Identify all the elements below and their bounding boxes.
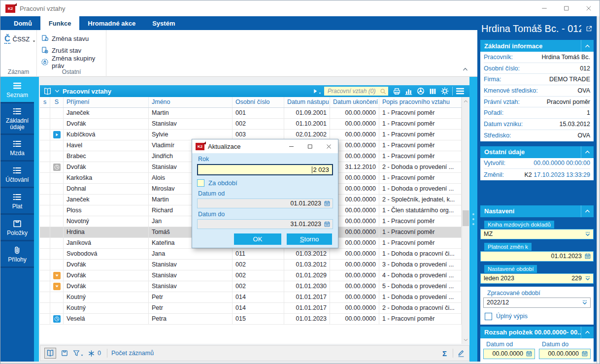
scrollbar-thumb[interactable] bbox=[463, 210, 469, 226]
table-row[interactable]: SvobodováJana01101.03.201200.00.00001 - … bbox=[40, 249, 462, 260]
calendar-icon[interactable] bbox=[584, 253, 591, 260]
vertical-scrollbar[interactable] bbox=[462, 97, 469, 344]
change-rights-group-button[interactable]: Změna skupiny práv bbox=[37, 56, 106, 68]
minimize-button[interactable] bbox=[533, 0, 555, 16]
search-input[interactable]: Pracovní vztah (0) bbox=[324, 87, 388, 96]
maximize-button[interactable] bbox=[555, 0, 577, 16]
calendar-icon[interactable] bbox=[324, 221, 331, 228]
row-surname: Dvořák bbox=[64, 270, 149, 281]
dropdown-icon[interactable] bbox=[584, 231, 591, 237]
row-start-date: 01.03.2012 bbox=[284, 249, 330, 260]
row-firstname: Jana bbox=[149, 249, 233, 260]
menu-icon[interactable] bbox=[455, 86, 465, 96]
print-icon[interactable] bbox=[393, 87, 401, 96]
settings-input[interactable]: MZ bbox=[480, 229, 594, 239]
table-row[interactable]: DvořákStanislav00201.03.201200.00.00003 … bbox=[40, 260, 462, 270]
settings-icon[interactable] bbox=[440, 87, 449, 96]
columns-icon[interactable] bbox=[429, 87, 437, 96]
processed-period-label: Zpracované období bbox=[487, 290, 591, 297]
column-header-s[interactable]: s bbox=[40, 97, 50, 107]
column-header-end-date[interactable]: Datum ukončení bbox=[330, 97, 379, 107]
sidebar-item-plat[interactable]: Plat bbox=[0, 188, 34, 215]
table-row[interactable]: KoutnýPetr01401.01.201700.00.00001 - Doh… bbox=[40, 292, 462, 303]
dialog-close-button[interactable] bbox=[319, 139, 338, 153]
dropdown-icon[interactable] bbox=[584, 275, 591, 282]
settings-input[interactable]: 01.01.2023 bbox=[480, 251, 594, 262]
calendar-icon[interactable] bbox=[581, 350, 588, 357]
settings-input[interactable]: leden 2023229 bbox=[480, 273, 594, 284]
column-header-personal-number[interactable]: Osobní číslo bbox=[233, 97, 284, 107]
dialog-maximize-button[interactable] bbox=[300, 139, 319, 153]
chevron-down-icon[interactable] bbox=[54, 88, 60, 94]
table-row[interactable]: JanečekMartin00101.09.200100.00.00001 - … bbox=[40, 108, 462, 119]
section-header[interactable]: Základní informace bbox=[480, 40, 594, 52]
ok-button[interactable]: OK bbox=[234, 233, 281, 245]
cssz-button[interactable]: Č ČSSZ bbox=[4, 34, 36, 44]
run-function-icon[interactable] bbox=[312, 88, 322, 94]
sidebar-item-zakladni-udaje[interactable]: Základní údaje bbox=[0, 103, 34, 135]
date-from-input[interactable]: 01.01.2023 bbox=[197, 199, 333, 208]
dropdown-icon[interactable] bbox=[581, 299, 588, 306]
column-header-firstname[interactable]: Jméno bbox=[149, 97, 233, 107]
calendar-icon[interactable] bbox=[526, 350, 533, 357]
panel-splitter[interactable] bbox=[469, 77, 477, 362]
per-period-checkbox[interactable]: Za období bbox=[197, 179, 333, 187]
calendar-icon[interactable] bbox=[324, 200, 331, 207]
book-icon[interactable] bbox=[43, 87, 52, 96]
sidebar-item-polozky[interactable]: Položky bbox=[0, 215, 34, 241]
section-header[interactable]: Nastavení bbox=[480, 205, 594, 217]
table-row[interactable]: VeseláPetra01501.01.202300.00.00001 - Pr… bbox=[40, 314, 462, 325]
tab-domu[interactable]: Domů bbox=[5, 16, 40, 30]
date-from-field[interactable]: 00.00.0000 bbox=[483, 349, 535, 359]
sidebar-item-prilohy[interactable]: Přílohy bbox=[0, 241, 34, 268]
list-icon bbox=[12, 165, 22, 175]
change-rights-group-button-label: Změna skupiny práv bbox=[52, 55, 106, 69]
row-personal-number: 002 bbox=[233, 260, 284, 270]
scroll-down-icon[interactable] bbox=[462, 336, 469, 344]
tab-hromadne-akce[interactable]: Hromadné akce bbox=[79, 16, 144, 30]
table-row[interactable]: DvořákStanislav00201.10.200100.00.00001 … bbox=[40, 119, 462, 130]
year-input[interactable]: 2 023 bbox=[197, 164, 333, 175]
ribbon-collapse-button[interactable] bbox=[462, 66, 468, 72]
date-to-input[interactable]: 31.01.2023 bbox=[197, 219, 333, 229]
storno-button[interactable]: Storno bbox=[287, 233, 332, 245]
row-start-date: 01.01.2030 bbox=[284, 281, 330, 292]
book-view-button[interactable] bbox=[44, 348, 56, 359]
refresh-asterisk-icon[interactable] bbox=[88, 350, 95, 357]
splitter-grip-icon bbox=[472, 213, 474, 225]
section-header[interactable]: Ostatní údaje bbox=[480, 146, 594, 158]
processed-period-field[interactable]: 2022/12 bbox=[483, 298, 591, 308]
sidebar-splitter[interactable] bbox=[34, 77, 39, 362]
list-icon bbox=[12, 139, 22, 149]
close-button[interactable] bbox=[577, 0, 600, 16]
column-header-start-date[interactable]: Datum nástupu bbox=[284, 97, 330, 107]
filter-icon[interactable] bbox=[72, 349, 84, 357]
scroll-up-icon[interactable] bbox=[462, 97, 469, 105]
tab-funkce[interactable]: Funkce bbox=[40, 16, 80, 30]
tab-system[interactable]: Systém bbox=[144, 16, 183, 30]
table-row[interactable]: DvořákStanislav00201.01.203000.00.00005 … bbox=[40, 281, 462, 292]
table-row[interactable]: KoutnýPetr01401.01.201700.00.00002 - Doh… bbox=[40, 303, 462, 314]
sum-icon[interactable]: Σ bbox=[440, 349, 449, 358]
section-header[interactable]: Rozsah položek 00.00.0000- 00... bbox=[480, 327, 594, 338]
table-row[interactable]: DvořákStanislav00201.01.202900.00.00004 … bbox=[40, 270, 462, 281]
full-listing-checkbox[interactable]: Úplný výpis bbox=[485, 313, 591, 320]
column-header-surname[interactable]: Příjmení bbox=[64, 97, 149, 107]
row-surname: Dvořák bbox=[64, 281, 149, 292]
edit-pencil-icon[interactable] bbox=[457, 349, 465, 357]
open-record-icon[interactable] bbox=[585, 25, 593, 33]
sidebar: SeznamZákladní údajeMzdaÚčtováníPlatPolo… bbox=[0, 77, 34, 362]
date-to-field[interactable]: 00.00.0000 bbox=[539, 349, 591, 359]
dialog-minimize-button[interactable] bbox=[282, 139, 300, 153]
change-status-button[interactable]: Změna stavu bbox=[37, 33, 106, 44]
archive-box-icon[interactable] bbox=[61, 349, 68, 357]
chart-icon[interactable] bbox=[404, 87, 413, 96]
column-header-status[interactable]: S bbox=[50, 97, 64, 107]
sidebar-item-uctovani[interactable]: Účtování bbox=[0, 162, 34, 188]
section-basic-info: Základní informace Pracovník:Hrdina Tomá… bbox=[480, 40, 594, 141]
sidebar-item-seznam[interactable]: Seznam bbox=[0, 77, 34, 103]
column-header-description[interactable]: Popis pracovního vztahu bbox=[379, 97, 462, 107]
sidebar-item-mzda[interactable]: Mzda bbox=[0, 135, 34, 162]
info-row: Osobní číslo:012 bbox=[484, 63, 590, 74]
analysis-icon[interactable] bbox=[416, 87, 425, 96]
